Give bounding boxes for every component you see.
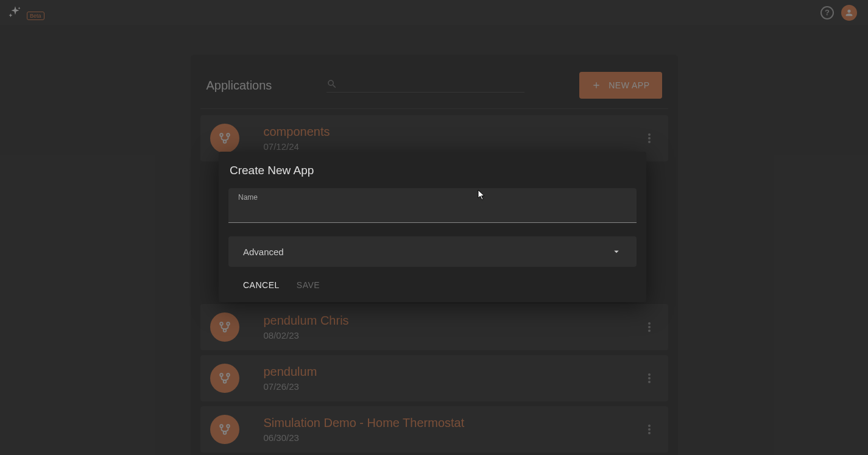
chevron-down-icon	[611, 246, 622, 257]
cancel-button[interactable]: CANCEL	[243, 280, 280, 290]
advanced-label: Advanced	[243, 247, 284, 257]
name-label: Name	[238, 193, 627, 202]
name-input[interactable]	[238, 204, 627, 216]
modal-title: Create New App	[228, 164, 637, 177]
name-field[interactable]: Name	[228, 188, 637, 223]
save-button[interactable]: SAVE	[297, 280, 320, 290]
advanced-toggle[interactable]: Advanced	[228, 236, 637, 267]
create-app-modal: Create New App Name Advanced CANCEL SAVE	[219, 152, 646, 302]
modal-actions: CANCEL SAVE	[228, 267, 637, 298]
